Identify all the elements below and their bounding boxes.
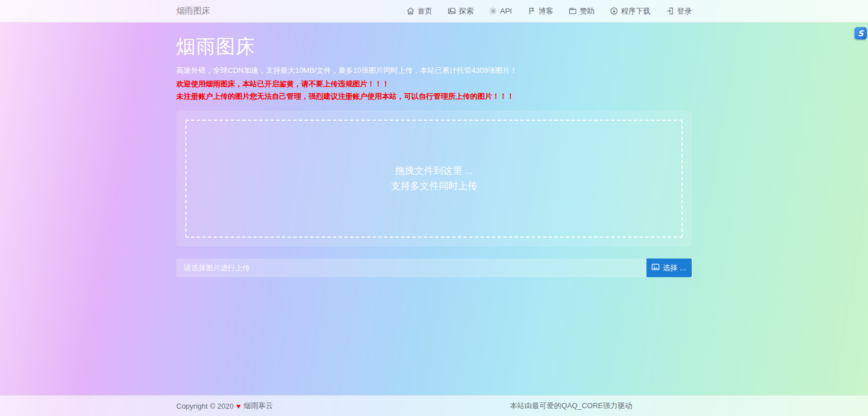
nav-item-home[interactable]: 首页 bbox=[406, 6, 432, 16]
image-file-icon bbox=[652, 263, 659, 273]
file-path-input[interactable] bbox=[176, 259, 646, 277]
download-icon bbox=[610, 7, 618, 15]
gear-icon bbox=[489, 7, 497, 15]
nav-item-label: 赞助 bbox=[580, 6, 594, 16]
sponsor-folder-icon bbox=[568, 7, 577, 15]
dropzone[interactable]: 拖拽文件到这里 ... 支持多文件同时上传 bbox=[185, 120, 683, 238]
nav-item-label: 首页 bbox=[418, 6, 432, 16]
warning-line-2: 未注册账户上传的图片您无法自己管理，强烈建议注册账户使用本站，可以自行管理所上传… bbox=[176, 91, 692, 102]
brand-link[interactable]: 烟雨图床 bbox=[176, 6, 210, 16]
choose-file-button[interactable]: 选择 … bbox=[646, 259, 692, 277]
heart-icon: ♥ bbox=[236, 402, 241, 410]
page-title: 烟雨图床 bbox=[176, 34, 692, 60]
nav-item-download[interactable]: 程序下载 bbox=[610, 6, 650, 16]
nav-item-label: 博客 bbox=[539, 6, 553, 16]
hero-section: 烟雨图床 高速外链，全球CDN加速，支持最大10MB/文件，最多10张图片同时上… bbox=[176, 34, 692, 102]
login-icon bbox=[666, 7, 674, 15]
author-name: 烟雨寒云 bbox=[244, 401, 273, 411]
extension-s-icon: S bbox=[858, 29, 863, 38]
dropzone-text-line2: 支持多文件同时上传 bbox=[391, 179, 478, 194]
nav-item-blog[interactable]: 博客 bbox=[527, 6, 553, 16]
main-content: 烟雨图床 高速外链，全球CDN加速，支持最大10MB/文件，最多10张图片同时上… bbox=[0, 23, 868, 395]
site-stats-text: 高速外链，全球CDN加速，支持最大10MB/文件，最多10张图片同时上传，本站已… bbox=[176, 65, 692, 76]
blog-flag-icon bbox=[527, 7, 536, 15]
choose-file-label: 选择 … bbox=[663, 263, 687, 273]
nav-item-label: 探索 bbox=[459, 6, 474, 16]
nav-menu: 首页 探索 API bbox=[406, 6, 692, 16]
nav-item-login[interactable]: 登录 bbox=[666, 6, 692, 16]
copyright: Copyright © 2020 ♥ 烟雨寒云 bbox=[176, 401, 273, 411]
powered-by-text: 本站由最可爱的QAQ_CORE强力驱动 bbox=[510, 401, 632, 411]
nav-item-label: 登录 bbox=[677, 6, 692, 16]
nav-item-label: 程序下载 bbox=[621, 6, 650, 16]
file-select-row: 选择 … bbox=[176, 259, 692, 277]
nav-item-api[interactable]: API bbox=[489, 7, 512, 15]
copyright-text: Copyright © 2020 bbox=[176, 402, 233, 410]
navbar: 烟雨图床 首页 探索 bbox=[0, 0, 868, 23]
image-icon bbox=[448, 7, 456, 15]
nav-item-label: API bbox=[500, 7, 512, 15]
upload-card: 拖拽文件到这里 ... 支持多文件同时上传 bbox=[176, 111, 692, 247]
footer: Copyright © 2020 ♥ 烟雨寒云 本站由最可爱的QAQ_CORE强… bbox=[0, 395, 868, 416]
dropzone-text-line1: 拖拽文件到这里 ... bbox=[395, 164, 473, 178]
nav-item-sponsor[interactable]: 赞助 bbox=[568, 6, 594, 16]
nav-item-explore[interactable]: 探索 bbox=[448, 6, 474, 16]
warning-line-1: 欢迎使用烟雨图床，本站已开启鉴黄，请不要上传违规图片！！！ bbox=[176, 79, 692, 89]
home-icon bbox=[406, 7, 415, 15]
extension-button[interactable]: S bbox=[854, 27, 867, 40]
